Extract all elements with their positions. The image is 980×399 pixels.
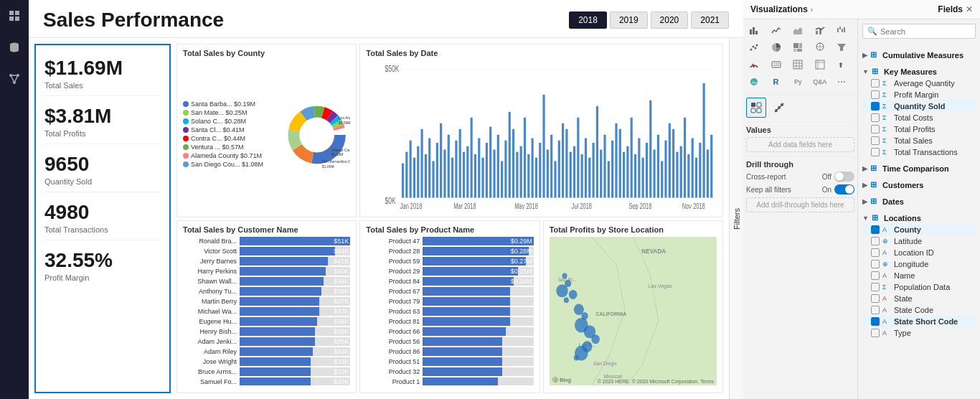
svg-rect-40 (402, 164, 404, 198)
checkbox-state-short-code[interactable] (871, 317, 880, 326)
product-bar-chart[interactable]: Product 47 $0.29M Product 28 $0.28M Prod… (366, 237, 533, 386)
filters-tab[interactable]: Filters (729, 38, 743, 399)
chevron-down-key-measures: ▼ (862, 68, 869, 75)
field-latitude[interactable]: ⊕ Latitude (862, 235, 976, 247)
field-total-profits[interactable]: Σ Total Profits (862, 123, 976, 135)
viz-icon-qa[interactable]: Q&A (812, 74, 828, 90)
viz-icon-line[interactable] (768, 22, 784, 38)
bar-row-customer-14: Bruce Arms... $33K (183, 367, 350, 376)
viz-icon-scatter[interactable] (746, 39, 762, 55)
chart-store-map[interactable]: Total Profits by Store Location NEVADA C… (543, 220, 723, 394)
viz-icon-waterfall[interactable] (834, 22, 849, 38)
field-average-quantity[interactable]: Σ Average Quantity (862, 78, 976, 89)
chart-product-bar[interactable]: Total Sales by Product Name Product 47 $… (359, 220, 540, 394)
keep-filters-toggle[interactable]: On (822, 184, 854, 194)
viz-icon-funnel[interactable] (834, 39, 849, 55)
field-county[interactable]: A County (862, 224, 976, 235)
svg-rect-0 (9, 11, 14, 15)
sidebar-icon-data[interactable] (4, 37, 24, 57)
checkbox-state[interactable] (871, 294, 880, 303)
viz-icon-gauge[interactable] (746, 57, 762, 72)
close-fields-icon[interactable]: ✕ (966, 4, 973, 14)
cross-report-toggle[interactable]: Off (822, 172, 854, 182)
field-longitude[interactable]: ⊕ Longitude (862, 258, 976, 270)
checkbox-county[interactable] (871, 225, 880, 234)
checkbox-total-costs[interactable] (871, 113, 880, 122)
field-quantity-sold[interactable]: Σ Quantity Sold (862, 100, 976, 112)
checkbox-profit-margin[interactable] (871, 90, 880, 99)
svg-text:Orange County: Orange County (331, 148, 351, 152)
field-state-short-code[interactable]: A State Short Code (862, 316, 976, 327)
viz-icon-combo[interactable] (812, 22, 828, 38)
section-header-dates[interactable]: ▶ ⊞ Dates (862, 195, 976, 207)
viz-icon-treemap[interactable] (790, 39, 806, 55)
field-total-sales[interactable]: Σ Total Sales (862, 135, 976, 146)
field-total-costs[interactable]: Σ Total Costs (862, 112, 976, 123)
viz-icon-table[interactable] (790, 57, 806, 72)
section-header-customers[interactable]: ▶ ⊞ Customers (862, 179, 976, 191)
viz-icon-analytics[interactable] (769, 98, 789, 118)
checkbox-state-code[interactable] (871, 306, 880, 314)
viz-icon-arcgis[interactable]: ArcGIS (746, 74, 762, 90)
section-header-key-measures[interactable]: ▼ ⊞ Key Measures (862, 65, 976, 78)
year-btn-2020[interactable]: 2020 (651, 11, 689, 29)
viz-icon-map[interactable] (812, 39, 828, 55)
checkbox-latitude[interactable] (871, 237, 880, 245)
year-btn-2021[interactable]: 2021 (691, 11, 729, 29)
bar-row-customer-5: Shawn Wall... $39K (183, 277, 350, 286)
viz-icon-pie[interactable] (768, 39, 784, 55)
chart-county-donut[interactable]: Total Sales by County Santa Barba... $0.… (176, 44, 357, 217)
viz-icon-kpi[interactable]: ⬆ (834, 57, 849, 72)
search-input[interactable] (880, 27, 979, 36)
field-state[interactable]: A State (862, 293, 976, 304)
viz-icon-card[interactable]: 123 (768, 57, 784, 72)
checkbox-quantity-sold[interactable] (871, 102, 880, 111)
toggle-track-on[interactable] (834, 184, 854, 194)
text-icon-county: A (882, 226, 891, 233)
viz-icon-bar[interactable] (746, 22, 762, 38)
sidebar-icon-report[interactable] (4, 6, 24, 26)
checkbox-total-profits[interactable] (871, 125, 880, 133)
viz-icon-area[interactable] (790, 22, 806, 38)
toggle-track-off[interactable] (834, 172, 854, 182)
field-profit-margin[interactable]: Σ Profit Margin (862, 89, 976, 100)
field-name[interactable]: A Name (862, 270, 976, 281)
section-header-time[interactable]: ▶ ⊞ Time Comparison (862, 162, 976, 174)
checkbox-longitude[interactable] (871, 260, 880, 268)
donut-container: Santa Barba... $0.19M San Mate... $0.25M… (183, 60, 350, 210)
add-data-field[interactable]: Add data fields here (746, 137, 854, 152)
field-label-total-sales: Total Sales (894, 136, 933, 145)
chart-date-line[interactable]: Total Sales by Date $50K $0K Jan 2018 Ma… (359, 44, 723, 217)
checkbox-location-id[interactable] (871, 248, 880, 257)
checkbox-total-sales[interactable] (871, 136, 880, 145)
checkbox-name[interactable] (871, 271, 880, 280)
chart-customer-bar[interactable]: Total Sales by Customer Name Ronald Bra.… (176, 220, 357, 394)
checkbox-type[interactable] (871, 329, 880, 337)
checkbox-population-data[interactable] (871, 283, 880, 291)
add-drill-field[interactable]: Add drill-through fields here (746, 197, 854, 212)
svg-rect-49 (436, 143, 438, 198)
svg-rect-105 (650, 100, 652, 198)
svg-text:$0K: $0K (385, 195, 397, 205)
field-location-id[interactable]: A Location ID (862, 247, 976, 258)
customer-bar-chart[interactable]: Ronald Bra... $51K Victor Scott $44K Jer… (183, 237, 350, 386)
viz-icon-format[interactable] (746, 98, 766, 118)
field-state-code[interactable]: A State Code (862, 304, 976, 316)
field-type[interactable]: A Type (862, 327, 976, 339)
viz-icon-matrix[interactable] (812, 57, 828, 72)
sidebar-icon-model[interactable] (4, 69, 24, 89)
viz-icon-r[interactable]: R (768, 74, 784, 90)
svg-rect-160 (793, 49, 796, 52)
year-btn-2018[interactable]: 2018 (569, 11, 607, 29)
checkbox-total-transactions[interactable] (871, 148, 880, 156)
field-total-transactions[interactable]: Σ Total Transactions (862, 146, 976, 158)
section-header-cumulative[interactable]: ▶ ⊞ Cumulative Measures (862, 49, 976, 61)
year-btn-2019[interactable]: 2019 (610, 11, 648, 29)
svg-rect-103 (642, 158, 644, 198)
viz-icon-python[interactable]: Py (790, 74, 806, 90)
svg-rect-104 (646, 143, 648, 198)
field-population-data[interactable]: Σ Population Data (862, 281, 976, 293)
section-header-locations[interactable]: ▼ ⊞ Locations (862, 212, 976, 224)
viz-icon-more[interactable]: ⋯ (834, 74, 849, 90)
checkbox-average-quantity[interactable] (871, 79, 880, 88)
